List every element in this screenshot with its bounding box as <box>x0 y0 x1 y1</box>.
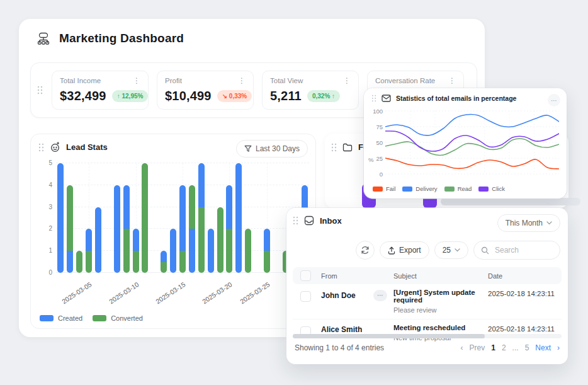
legend-item: Converted <box>93 314 143 322</box>
pagination-item[interactable]: Prev <box>470 343 485 352</box>
drag-handle-icon[interactable] <box>331 143 337 152</box>
kebab-menu-icon[interactable]: ⋮ <box>238 77 246 84</box>
bar-segment-converted <box>217 207 223 273</box>
bar-segment-converted <box>142 163 148 273</box>
date-filter-button[interactable]: Last 30 Days <box>236 140 308 158</box>
table-row[interactable]: John Doe ⋯ [Urgent] System update requir… <box>293 284 562 319</box>
pagination-item[interactable]: 1 <box>491 343 495 352</box>
legend-color-chip <box>444 187 455 192</box>
bar-segment-created <box>226 185 232 229</box>
panel-menu-button[interactable]: ⋯ <box>548 94 560 106</box>
inbox-icon <box>304 215 314 226</box>
stat-card-total-income: Total Income ⋮ $32,499 ↑ 12,95% <box>52 71 149 110</box>
line-series-delivery <box>385 115 559 135</box>
drag-handle-icon[interactable] <box>37 86 43 95</box>
bar-segment-converted <box>226 229 232 273</box>
sitemap-icon <box>35 30 52 47</box>
export-button[interactable]: Export <box>380 241 429 259</box>
bar-segment-created <box>179 185 186 251</box>
pagination-item[interactable]: › <box>557 343 560 352</box>
bar-segment-created <box>123 185 130 229</box>
search-box <box>473 241 560 260</box>
bar-segment-converted <box>245 229 251 273</box>
stat-value: 5,211 <box>270 89 302 103</box>
legend-color-chip <box>478 187 489 192</box>
legend-label: Converted <box>111 314 143 322</box>
lead-x-axis: 2025-03-052025-03-102025-03-152025-03-20… <box>56 278 309 311</box>
drag-handle-icon[interactable] <box>38 143 44 152</box>
x-tick-label: 2025-03-15 <box>145 280 186 311</box>
bar-segment-created <box>86 229 92 251</box>
stat-title: Total View <box>270 77 303 84</box>
x-tick-label: 2025-03-25 <box>230 280 271 311</box>
stat-card-profit: Profit ⋮ $10,499 ↘ 0,33% <box>157 71 254 110</box>
legend-label: Created <box>58 314 82 322</box>
email-line-svg <box>385 108 559 178</box>
drag-handle-icon[interactable] <box>293 216 298 225</box>
bar-segment-created <box>67 251 73 273</box>
email-y-axis: 0255075100 <box>366 108 383 175</box>
email-y-axis-label: % <box>368 156 373 163</box>
kebab-menu-icon[interactable]: ⋮ <box>448 77 456 84</box>
lead-y-axis: 012345 <box>37 163 52 273</box>
legend-label: Delivery <box>416 185 437 192</box>
trend-badge: ↑ 12,95% <box>112 90 149 102</box>
x-tick-label: 2025-03-05 <box>52 280 93 311</box>
legend-item: Click <box>478 185 505 192</box>
pagination-item[interactable]: ‹ <box>461 343 463 352</box>
email-date: 2025-02-18 14:23:11 <box>488 324 562 333</box>
bar-segment-converted <box>198 207 205 273</box>
lead-legend: CreatedConverted <box>40 314 143 322</box>
bar-segment-created <box>235 163 242 273</box>
page-title: Marketing Dashboard <box>59 32 184 45</box>
period-select[interactable]: This Month <box>497 214 560 232</box>
bar-segment-created <box>133 229 139 251</box>
page-size-value: 25 <box>443 246 451 255</box>
table-header-row: From Subject Date <box>293 267 562 284</box>
legend-item: Fail <box>373 185 395 192</box>
y-tick-label: 0 <box>48 269 52 276</box>
bar-segment-converted <box>179 251 186 273</box>
legend-color-chip <box>93 315 106 321</box>
scrollbar-thumb[interactable] <box>293 334 485 338</box>
bar-segment-converted <box>86 251 92 273</box>
page-size-select[interactable]: 25 <box>434 241 468 259</box>
y-tick-label: 3 <box>48 204 52 210</box>
kebab-menu-icon[interactable]: ⋮ <box>133 77 140 84</box>
legend-label: Fail <box>386 185 395 192</box>
select-all-checkbox[interactable] <box>300 270 311 281</box>
bar-segment-created <box>95 207 101 273</box>
pagination-item[interactable]: 2 <box>502 343 506 352</box>
lead-stats-card: Lead Stats Last 30 Days 012345 2025-03-0… <box>30 134 316 329</box>
row-checkbox[interactable] <box>300 291 311 302</box>
refresh-button[interactable] <box>356 241 375 260</box>
y-tick-label: 50 <box>376 139 383 146</box>
inbox-title: Inbox <box>320 216 342 226</box>
sender-name: Alice Smith <box>321 325 362 334</box>
table-row[interactable]: Alice Smith Meeting rescheduled New time… <box>293 319 562 347</box>
line-series-fail <box>385 158 559 169</box>
sender-name: John Doe <box>321 291 356 300</box>
kebab-menu-icon[interactable]: ⋮ <box>343 77 351 84</box>
pagination-item[interactable]: 5 <box>525 343 529 352</box>
trend-badge: 0,32% ↑ <box>307 90 340 102</box>
drag-handle-icon[interactable] <box>371 95 376 102</box>
legend-item: Read <box>444 185 472 192</box>
row-actions-button[interactable]: ⋯ <box>373 290 387 301</box>
chevron-down-icon <box>455 248 460 252</box>
y-tick-label: 100 <box>373 108 383 115</box>
trend-badge: ↘ 0,33% <box>217 90 252 102</box>
x-tick-label: 2025-03-20 <box>193 280 234 311</box>
search-input[interactable] <box>494 245 559 255</box>
legend-item: Created <box>40 314 82 322</box>
stat-title: Profit <box>165 77 182 84</box>
export-icon <box>388 246 395 255</box>
column-header-subject: Subject <box>393 272 488 280</box>
inbox-panel: Inbox This Month Export 25 <box>286 208 568 364</box>
bar-segment-created <box>57 163 64 273</box>
pagination-item[interactable]: Next <box>535 343 551 352</box>
y-tick-label: 4 <box>48 181 52 188</box>
hidden-scrollbar <box>441 198 580 205</box>
pagination-item[interactable]: ... <box>512 343 519 352</box>
lead-stats-title: Lead Stats <box>66 142 108 152</box>
